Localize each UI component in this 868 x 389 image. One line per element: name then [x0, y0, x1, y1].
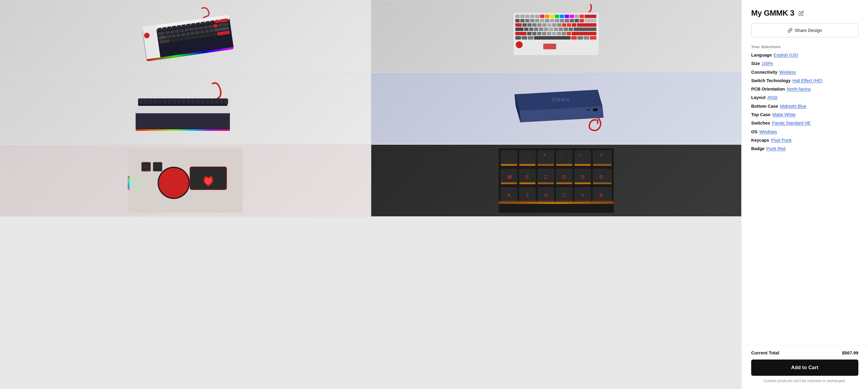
selection-value[interactable]: Pixel Punk: [771, 137, 792, 143]
selection-row: OSWindows: [751, 129, 857, 135]
gallery-cell-6: ← → # * 3 S W E: [371, 144, 742, 217]
svg-rect-180: [575, 151, 591, 166]
svg-rect-28: [213, 24, 218, 28]
svg-rect-11: [196, 22, 200, 26]
svg-point-159: [592, 104, 594, 106]
selection-value[interactable]: Midnight Blue: [780, 103, 806, 109]
selection-row: BadgePunk Red: [751, 145, 857, 152]
svg-rect-60: [555, 15, 559, 18]
svg-rect-32: [172, 34, 176, 38]
svg-text:S: S: [600, 153, 602, 157]
selection-key: PCB Orientation: [751, 86, 785, 92]
svg-rect-35: [186, 32, 190, 36]
svg-rect-88: [547, 23, 551, 27]
selection-value[interactable]: North-facing: [787, 86, 810, 92]
selection-value[interactable]: Windows: [759, 129, 777, 135]
svg-rect-81: [584, 19, 596, 22]
svg-rect-74: [550, 19, 554, 22]
selection-value[interactable]: Hall Effect (HE): [793, 77, 823, 84]
svg-rect-191: [556, 164, 572, 166]
svg-rect-188: [501, 164, 517, 166]
svg-rect-143: [196, 99, 200, 104]
svg-rect-34: [181, 33, 185, 37]
svg-rect-4: [162, 27, 167, 31]
selection-value[interactable]: Punk Red: [766, 145, 785, 152]
edit-title-button[interactable]: [797, 9, 805, 17]
sidebar: My GMMK 3 Share Design Your Selections L…: [742, 0, 868, 389]
svg-rect-141: [187, 99, 191, 104]
svg-rect-119: [522, 36, 527, 39]
svg-rect-14: [210, 20, 215, 24]
svg-rect-67: [516, 19, 520, 22]
svg-text:V: V: [581, 193, 585, 198]
svg-rect-24: [194, 27, 198, 31]
selection-value[interactable]: Panda Standard HE: [772, 120, 811, 126]
svg-rect-102: [554, 27, 558, 31]
svg-rect-137: [168, 99, 172, 104]
svg-rect-179: [556, 151, 572, 166]
svg-rect-76: [560, 19, 564, 22]
svg-rect-107: [516, 32, 527, 35]
svg-rect-127: [543, 44, 556, 49]
svg-rect-36: [191, 31, 195, 35]
svg-rect-101: [549, 27, 553, 31]
svg-rect-135: [158, 99, 162, 104]
svg-rect-140: [182, 99, 186, 104]
svg-rect-44: [175, 38, 180, 41]
svg-rect-78: [570, 19, 574, 22]
svg-rect-149: [224, 99, 228, 104]
svg-rect-63: [570, 15, 574, 18]
svg-rect-111: [542, 32, 546, 35]
svg-text:9: 9: [145, 166, 146, 169]
svg-rect-40: [210, 29, 214, 32]
svg-rect-144: [201, 99, 205, 104]
svg-rect-139: [177, 99, 181, 104]
gallery-cell-3: [0, 72, 371, 144]
svg-rect-206: [501, 182, 517, 184]
svg-rect-98: [534, 27, 538, 31]
selection-value[interactable]: ANSI: [768, 94, 778, 100]
share-design-button[interactable]: Share Design: [751, 23, 858, 37]
selection-key: Switches: [751, 120, 770, 126]
selection-key: Layout: [751, 94, 766, 100]
svg-rect-128: [136, 111, 230, 131]
selection-row: LanguageEnglish (US): [751, 52, 857, 58]
svg-text:A: A: [507, 193, 511, 198]
add-to-cart-button[interactable]: Add to Cart: [751, 359, 858, 376]
svg-rect-31: [167, 35, 171, 38]
svg-rect-86: [537, 23, 541, 27]
svg-rect-100: [544, 27, 548, 31]
selection-value[interactable]: Matte White: [772, 111, 796, 118]
selection-key: Switch Technology: [751, 77, 790, 84]
svg-rect-108: [527, 32, 531, 35]
svg-rect-134: [154, 99, 157, 104]
svg-rect-8: [182, 24, 186, 28]
svg-rect-9: [186, 24, 191, 27]
svg-rect-103: [559, 27, 563, 31]
selection-key: Size: [751, 61, 760, 66]
svg-rect-210: [575, 182, 591, 184]
svg-rect-64: [575, 15, 579, 18]
svg-rect-93: [572, 23, 576, 27]
svg-rect-211: [593, 182, 612, 184]
svg-rect-120: [528, 36, 533, 39]
selection-value[interactable]: Wireless: [779, 69, 796, 75]
svg-text:B: B: [599, 193, 603, 198]
svg-rect-113: [552, 32, 556, 35]
svg-rect-148: [219, 99, 223, 104]
svg-text:←: ←: [507, 153, 511, 157]
svg-rect-123: [578, 36, 583, 39]
svg-text:S: S: [581, 174, 584, 180]
svg-rect-225: [499, 203, 614, 213]
svg-rect-43: [170, 38, 175, 42]
svg-rect-85: [532, 23, 536, 27]
selection-value[interactable]: 100%: [762, 61, 773, 66]
svg-rect-147: [215, 99, 219, 104]
svg-rect-45: [180, 37, 184, 41]
selection-row: SwitchesPanda Standard HE: [751, 120, 857, 126]
svg-rect-84: [527, 23, 532, 27]
svg-rect-190: [538, 164, 554, 166]
current-total-value: $567.99: [842, 350, 858, 355]
selection-key: Badge: [751, 145, 765, 152]
selection-value[interactable]: English (US): [773, 52, 798, 58]
